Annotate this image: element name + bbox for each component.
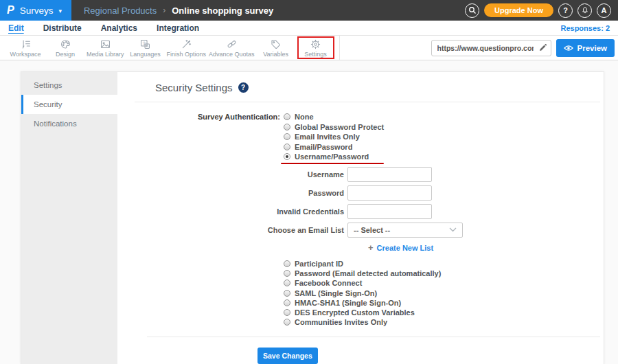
radio-icon-checked[interactable]	[284, 153, 290, 160]
toolbar-item-languages[interactable]: 文 A Languages	[126, 38, 165, 58]
search-icon	[468, 6, 477, 14]
plus-icon: +	[368, 244, 374, 251]
radio-icon[interactable]	[284, 290, 290, 297]
breadcrumb: Regional Products › Online shopping surv…	[84, 5, 273, 16]
toolbar-item-advance-quotas[interactable]: Advance Quotas	[207, 38, 256, 58]
radio-icon[interactable]	[284, 113, 290, 120]
upgrade-now-button[interactable]: Upgrade Now	[484, 3, 553, 17]
edit-url-button[interactable]	[535, 41, 551, 56]
radio-option-communities-invites[interactable]: Communities Invites Only	[284, 317, 604, 327]
image-icon	[100, 38, 111, 50]
tab-integration[interactable]: Integration	[157, 23, 199, 33]
radio-option-participant-id[interactable]: Participant ID	[284, 259, 604, 269]
toolbar-item-label: Settings	[304, 51, 327, 58]
title-row: Security Settings ?	[117, 72, 604, 93]
radio-icon[interactable]	[284, 144, 290, 150]
radio-option-none[interactable]: None	[284, 112, 384, 122]
radio-option-username-password[interactable]: Username/Password	[284, 152, 384, 162]
radio-icon[interactable]	[284, 270, 290, 277]
security-settings-panel: Security Settings ? Survey Authenticatio…	[117, 72, 604, 364]
preview-button[interactable]: Preview	[556, 39, 615, 57]
radio-option-facebook-connect[interactable]: Facebook Connect	[284, 278, 604, 288]
radio-option-global-password-protect[interactable]: Global Password Protect	[284, 122, 384, 133]
search-button[interactable]	[465, 3, 479, 18]
invalid-credentials-input[interactable]	[347, 204, 432, 219]
responses-count[interactable]: Responses: 2	[560, 24, 610, 32]
page-title: Security Settings	[155, 82, 233, 93]
translate-icon: 文 A	[139, 38, 151, 50]
radio-icon[interactable]	[284, 309, 290, 316]
email-list-row: Choose an Email List -- Select --	[117, 223, 604, 238]
chevron-down-icon	[449, 227, 457, 232]
radio-option-des-encrypted[interactable]: DES Encrypted Custom Variables	[284, 308, 604, 317]
preview-label: Preview	[577, 44, 607, 52]
save-changes-button[interactable]: Save Changes	[258, 348, 318, 364]
page-background: Settings Security Notifications Security…	[0, 60, 618, 364]
tag-icon	[270, 38, 282, 50]
pencil-list-icon	[20, 38, 32, 50]
email-list-select[interactable]: -- Select --	[347, 223, 463, 238]
tab-edit[interactable]: Edit	[8, 23, 24, 33]
chevron-down-icon: ▾	[58, 8, 62, 14]
toolbar-item-settings[interactable]: Settings	[301, 38, 331, 58]
radio-icon[interactable]	[284, 124, 290, 130]
breadcrumb-current: Online shopping survey	[172, 5, 273, 16]
email-list-selected-value: -- Select --	[354, 226, 390, 234]
radio-icon[interactable]	[284, 280, 290, 286]
toolbar-item-variables[interactable]: Variables	[256, 38, 296, 58]
settings-sidebar: Settings Security Notifications	[21, 72, 117, 364]
tab-distribute[interactable]: Distribute	[43, 23, 82, 33]
header-actions: Upgrade Now ? A	[465, 3, 618, 18]
survey-url-box	[431, 40, 551, 56]
create-new-list-link[interactable]: + Create New List	[368, 244, 604, 252]
help-button[interactable]: ?	[558, 3, 573, 18]
radio-icon[interactable]	[284, 133, 290, 140]
surveys-menu[interactable]: P Surveys ▾	[0, 0, 71, 21]
title-divider	[135, 102, 600, 102]
username-input[interactable]	[347, 167, 432, 182]
help-icon[interactable]: ?	[238, 82, 249, 93]
toolbar-divider	[339, 36, 340, 60]
password-row: Password	[117, 185, 604, 201]
sidebar-item-notifications[interactable]: Notifications	[21, 114, 117, 133]
auth-options-top: None Global Password Protect Email Invit…	[284, 112, 384, 164]
top-header: P Surveys ▾ Regional Products › Online s…	[0, 0, 618, 21]
radio-icon[interactable]	[284, 319, 290, 326]
toolbar-item-media-library[interactable]: Media Library	[85, 38, 126, 58]
settings-card: Settings Security Notifications Security…	[21, 71, 604, 364]
sidebar-item-security[interactable]: Security	[21, 95, 117, 114]
toolbar-item-finish-options[interactable]: Finish Options	[165, 38, 208, 58]
tab-analytics[interactable]: Analytics	[101, 23, 137, 33]
toolbar-item-design[interactable]: Design	[45, 38, 85, 58]
pencil-icon	[538, 43, 547, 52]
toolbar-item-label: Finish Options	[167, 51, 207, 58]
bell-icon	[581, 6, 589, 14]
radio-option-password-email-detected[interactable]: Password (Email detected automatically)	[284, 269, 604, 278]
credential-fields: Username Password Invalid Credentials Ch…	[117, 167, 604, 252]
radio-icon[interactable]	[284, 299, 290, 306]
toolbar-item-label: Advance Quotas	[209, 51, 255, 58]
breadcrumb-parent[interactable]: Regional Products	[84, 5, 157, 16]
invalid-credentials-row: Invalid Credentials	[117, 204, 604, 219]
toolbar-item-label: Media Library	[87, 51, 124, 58]
password-input[interactable]	[347, 185, 432, 201]
radio-icon[interactable]	[284, 260, 290, 267]
bottom-divider	[147, 337, 600, 337]
sidebar-item-settings[interactable]: Settings	[21, 76, 117, 95]
radio-option-email-invites-only[interactable]: Email Invites Only	[284, 132, 384, 142]
edit-toolbar: Workspace Design Media Library 文 A Langu…	[0, 36, 618, 60]
toolbar-right: Preview	[431, 39, 618, 57]
avatar[interactable]: A	[597, 3, 611, 18]
radio-option-saml[interactable]: SAML (Single Sign-On)	[284, 288, 604, 297]
questionpro-logo-icon: P	[7, 4, 14, 16]
settings-annotation-box: Settings	[297, 36, 334, 59]
radio-option-hmac-sha1[interactable]: HMAC-SHA1 (Single Sign-On)	[284, 298, 604, 308]
toolbar-item-workspace[interactable]: Workspace	[5, 38, 45, 58]
notifications-button[interactable]	[577, 3, 592, 18]
radio-option-email-password[interactable]: Email/Password	[284, 142, 384, 152]
red-underline-annotation	[281, 163, 384, 164]
palette-icon	[60, 38, 71, 50]
magic-wand-icon	[181, 38, 192, 50]
survey-url-input[interactable]	[432, 44, 535, 52]
main-nav: Edit Distribute Analytics Integration Re…	[0, 21, 618, 36]
